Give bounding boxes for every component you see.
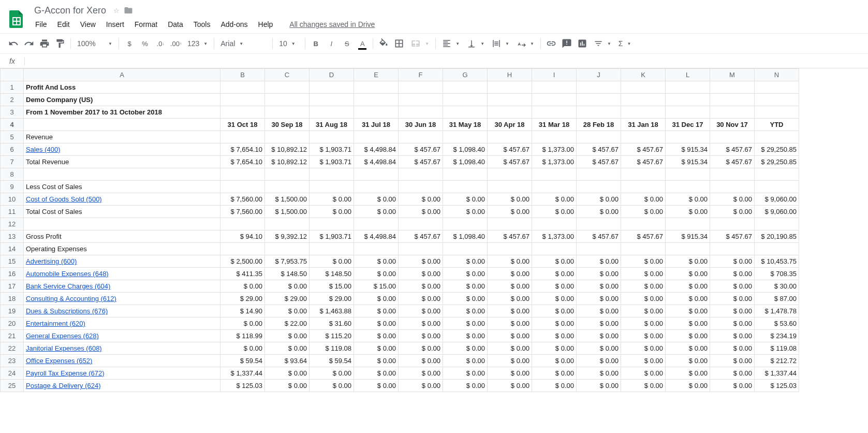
cell-N1[interactable] (755, 81, 799, 94)
insert-comment-button[interactable] (560, 36, 574, 51)
cell-K9[interactable] (621, 181, 666, 193)
cell-G12[interactable] (443, 218, 488, 230)
row-header-11[interactable]: 11 (1, 206, 24, 218)
cell-B15[interactable]: $ 2,500.00 (220, 255, 265, 268)
cell-A8[interactable] (24, 168, 220, 181)
cell-L3[interactable] (666, 106, 710, 119)
cell-E25[interactable]: $ 0.00 (354, 380, 399, 392)
cell-A24[interactable]: Payroll Tax Expense (672) (24, 367, 220, 380)
column-header-B[interactable]: B (220, 69, 265, 81)
cell-E24[interactable]: $ 0.00 (354, 367, 399, 380)
cell-N5[interactable] (755, 131, 799, 143)
cell-H5[interactable] (488, 131, 532, 143)
cell-D15[interactable]: $ 0.00 (310, 255, 354, 268)
cell-E9[interactable] (354, 181, 399, 193)
cell-N20[interactable]: $ 53.60 (755, 317, 799, 330)
cell-J9[interactable] (577, 181, 621, 193)
cell-E7[interactable]: $ 4,498.84 (354, 156, 399, 168)
cell-G6[interactable]: $ 1,098.40 (443, 143, 488, 156)
cell-C8[interactable] (265, 168, 310, 181)
borders-button[interactable] (392, 36, 406, 51)
cell-L1[interactable] (666, 81, 710, 94)
cell-I2[interactable] (532, 94, 577, 106)
cell-F8[interactable] (399, 168, 443, 181)
cell-F9[interactable] (399, 181, 443, 193)
cell-E13[interactable]: $ 4,498.84 (354, 230, 399, 243)
cell-C20[interactable]: $ 22.00 (265, 317, 310, 330)
cell-A6[interactable]: Sales (400) (24, 143, 220, 156)
cell-M6[interactable]: $ 457.67 (710, 143, 755, 156)
cell-L6[interactable]: $ 915.34 (666, 143, 710, 156)
cell-K7[interactable]: $ 457.67 (621, 156, 666, 168)
cell-M15[interactable]: $ 0.00 (710, 255, 755, 268)
row-header-2[interactable]: 2 (1, 94, 24, 106)
cell-L22[interactable]: $ 0.00 (666, 342, 710, 355)
column-header-E[interactable]: E (354, 69, 399, 81)
row-header-1[interactable]: 1 (1, 81, 24, 94)
cell-K17[interactable]: $ 0.00 (621, 280, 666, 293)
cell-A12[interactable] (24, 218, 220, 230)
cell-N7[interactable]: $ 29,250.85 (755, 156, 799, 168)
increase-decimal-button[interactable]: .00↑ (169, 36, 183, 51)
cell-K3[interactable] (621, 106, 666, 119)
cell-F15[interactable]: $ 0.00 (399, 255, 443, 268)
cell-H9[interactable] (488, 181, 532, 193)
cell-H3[interactable] (488, 106, 532, 119)
cell-M16[interactable]: $ 0.00 (710, 268, 755, 280)
cell-I11[interactable]: $ 0.00 (532, 206, 577, 218)
cell-L9[interactable] (666, 181, 710, 193)
cell-B4[interactable]: 31 Oct 18 (220, 119, 265, 131)
cell-H15[interactable]: $ 0.00 (488, 255, 532, 268)
cell-F10[interactable]: $ 0.00 (399, 193, 443, 206)
cell-E1[interactable] (354, 81, 399, 94)
cell-N15[interactable]: $ 10,453.75 (755, 255, 799, 268)
cell-F24[interactable]: $ 0.00 (399, 367, 443, 380)
redo-button[interactable] (22, 36, 36, 51)
cell-C19[interactable]: $ 0.00 (265, 305, 310, 317)
cell-A2[interactable]: Demo Company (US) (24, 94, 220, 106)
cell-M4[interactable]: 30 Nov 17 (710, 119, 755, 131)
cell-D2[interactable] (310, 94, 354, 106)
cell-A14[interactable]: Operating Expenses (24, 243, 220, 255)
cell-E12[interactable] (354, 218, 399, 230)
formula-input[interactable] (25, 54, 868, 68)
cell-B9[interactable] (220, 181, 265, 193)
row-header-13[interactable]: 13 (1, 230, 24, 243)
cell-E2[interactable] (354, 94, 399, 106)
cell-A7[interactable]: Total Revenue (24, 156, 220, 168)
menu-item-format[interactable]: Format (130, 18, 161, 31)
cell-H2[interactable] (488, 94, 532, 106)
cell-B22[interactable]: $ 0.00 (220, 342, 265, 355)
cell-I19[interactable]: $ 0.00 (532, 305, 577, 317)
menu-item-tools[interactable]: Tools (189, 18, 215, 31)
menu-item-file[interactable]: File (31, 18, 51, 31)
cell-I18[interactable]: $ 0.00 (532, 293, 577, 305)
cell-G11[interactable]: $ 0.00 (443, 206, 488, 218)
cell-D13[interactable]: $ 1,903.71 (310, 230, 354, 243)
cell-H12[interactable] (488, 218, 532, 230)
decrease-decimal-button[interactable]: .0↓ (153, 36, 168, 51)
cell-H19[interactable]: $ 0.00 (488, 305, 532, 317)
cell-B10[interactable]: $ 7,560.00 (220, 193, 265, 206)
cell-F14[interactable] (399, 243, 443, 255)
cell-C5[interactable] (265, 131, 310, 143)
cell-E6[interactable]: $ 4,498.84 (354, 143, 399, 156)
cell-I6[interactable]: $ 1,373.00 (532, 143, 577, 156)
cell-N19[interactable]: $ 1,478.78 (755, 305, 799, 317)
cell-F5[interactable] (399, 131, 443, 143)
font-size-select[interactable]: 10▼ (276, 36, 302, 51)
cell-C17[interactable]: $ 0.00 (265, 280, 310, 293)
column-header-N[interactable]: N (755, 69, 799, 81)
insert-chart-button[interactable] (575, 36, 590, 51)
cell-C25[interactable]: $ 0.00 (265, 380, 310, 392)
cell-M21[interactable]: $ 0.00 (710, 330, 755, 342)
cell-E8[interactable] (354, 168, 399, 181)
cell-M3[interactable] (710, 106, 755, 119)
cell-I21[interactable]: $ 0.00 (532, 330, 577, 342)
column-header-C[interactable]: C (265, 69, 310, 81)
cell-B6[interactable]: $ 7,654.10 (220, 143, 265, 156)
cell-B1[interactable] (220, 81, 265, 94)
cell-G4[interactable]: 31 May 18 (443, 119, 488, 131)
cell-D18[interactable]: $ 29.00 (310, 293, 354, 305)
cell-E16[interactable]: $ 0.00 (354, 268, 399, 280)
